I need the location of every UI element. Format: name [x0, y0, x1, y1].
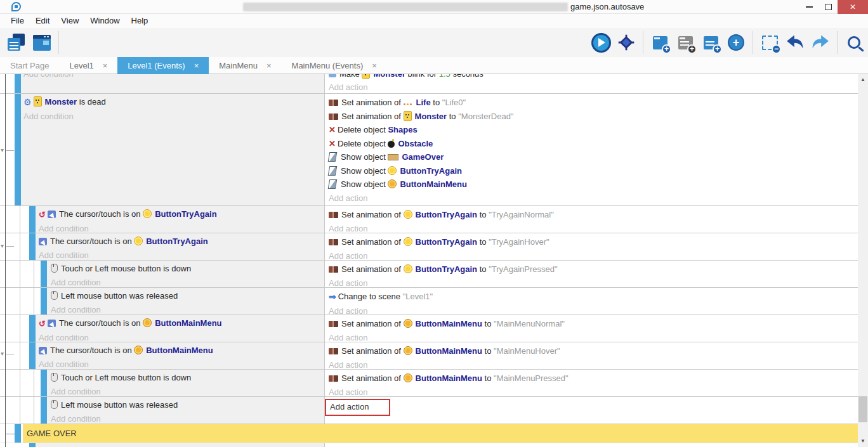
preview-play-button[interactable] [589, 31, 612, 54]
event-selection-bar[interactable] [15, 94, 21, 205]
add-action[interactable]: Add action [329, 399, 858, 416]
minimize-button[interactable] [799, 0, 819, 14]
collapse-triangle-icon[interactable]: ▾ [1, 243, 4, 249]
animation-icon [329, 100, 338, 106]
collapse-triangle-icon[interactable]: ▾ [1, 147, 4, 153]
action-text[interactable]: Change to scene "Level1" [329, 290, 858, 304]
add-action[interactable]: Add action [329, 191, 858, 205]
action-text[interactable]: Set animation of ButtonTryAgain to "TryA… [329, 262, 858, 276]
add-action[interactable]: Add action [329, 358, 858, 370]
menu-file[interactable]: File [5, 14, 30, 28]
menu-edit[interactable]: Edit [30, 14, 55, 28]
event-selection-bar[interactable] [29, 206, 36, 233]
menu-help[interactable]: Help [126, 14, 154, 28]
event-selection-bar[interactable] [29, 342, 36, 369]
scroll-down-icon[interactable]: ▼ [858, 437, 868, 446]
search-button[interactable] [843, 31, 865, 54]
scrollbar-thumb[interactable] [858, 396, 867, 422]
action-text[interactable]: Set animation of ButtonTryAgain to "TryA… [329, 208, 858, 222]
menu-window[interactable]: Window [84, 14, 125, 28]
open-events-sheet-icon[interactable] [5, 31, 28, 54]
tab-level1[interactable]: Level1× [59, 57, 117, 74]
event-row[interactable]: The cursor/touch is on ButtonMainMenuAdd… [0, 315, 858, 342]
action-text[interactable]: Show object ButtonTryAgain [329, 164, 858, 178]
event-selection-bar[interactable] [15, 424, 21, 443]
event-row[interactable]: The cursor/touch is on ButtonTryAgainAdd… [0, 206, 858, 233]
tab-close-icon[interactable]: × [103, 61, 108, 70]
add-action[interactable]: Add action [329, 385, 858, 398]
action-text[interactable]: Delete object Shapes [329, 123, 858, 137]
gdevelop-logo-icon [11, 2, 21, 11]
action-text[interactable]: Make Monster blink for 1.5 seconds [329, 74, 483, 81]
open-scene-editor-icon[interactable] [30, 31, 53, 54]
comment-row[interactable]: GAME OVER [0, 424, 858, 443]
toolbar-separator [643, 31, 643, 54]
highlighted-add-action[interactable]: Add action [325, 399, 390, 416]
text: Delete object [338, 125, 388, 134]
event-selection-bar[interactable] [29, 233, 36, 260]
action-text[interactable]: Set animation of ButtonTryAgain to "TryA… [329, 235, 858, 249]
comment-text[interactable]: GAME OVER [27, 424, 77, 443]
event-row[interactable]: The cursor/touch is on ButtonMainMenuAdd… [0, 342, 858, 370]
event-selection-bar[interactable] [41, 397, 47, 424]
add-action[interactable]: Add action [329, 81, 367, 94]
action-text[interactable]: Set animation of ButtonMainMenu to "Main… [329, 317, 858, 331]
event-row[interactable]: Left mouse button was releasedAdd condit… [0, 397, 858, 424]
delete-selection-button[interactable]: − [758, 31, 781, 54]
add-subevent-button[interactable]: + [674, 31, 697, 54]
invert-icon [39, 208, 46, 222]
action-text[interactable]: Set animation of Life to "Life0" [329, 96, 858, 110]
event-row[interactable]: Monster is deadAdd conditionSet animatio… [0, 94, 858, 206]
restore-button[interactable] [819, 0, 838, 14]
event-row[interactable]: The cursor/touch is on ButtonTryAgainAdd… [0, 233, 858, 261]
close-button[interactable]: ✕ [838, 0, 868, 14]
tab-mainmenu[interactable]: MainMenu× [209, 57, 281, 74]
text: Touch or Left mouse button is down [61, 373, 191, 382]
animation-icon [329, 375, 338, 382]
menu-view[interactable]: View [55, 14, 84, 28]
action-text[interactable]: Show object ButtonMainMenu [329, 178, 858, 191]
action-cell [324, 443, 858, 447]
redo-button[interactable] [809, 31, 832, 54]
cursor-icon [39, 238, 47, 245]
text: Left mouse button was released [61, 400, 178, 410]
add-action[interactable]: Add action [329, 304, 858, 316]
event-selection-bar[interactable] [41, 370, 47, 396]
tab-level1-events[interactable]: Level1 (Events)× [117, 57, 209, 74]
add-other-event-button[interactable]: + [725, 31, 747, 54]
event-selection-bar[interactable] [41, 288, 47, 314]
action-text[interactable]: Show object GameOver [329, 150, 858, 164]
event-selection-bar[interactable] [15, 74, 21, 93]
add-comment-button[interactable]: + [699, 31, 722, 54]
tab-close-icon[interactable]: × [194, 61, 199, 70]
add-event-button[interactable]: + [648, 31, 671, 54]
event-row[interactable]: Left mouse button was releasedAdd condit… [0, 288, 858, 315]
tab-close-icon[interactable]: × [372, 61, 377, 70]
event-selection-bar[interactable] [29, 315, 36, 342]
tab-mainmenu-events[interactable]: MainMenu (Events)× [282, 57, 387, 74]
object-name: ButtonTryAgain [416, 237, 478, 247]
undo-button[interactable] [784, 31, 806, 54]
add-action[interactable]: Add action [329, 331, 858, 343]
add-action[interactable]: Add action [329, 249, 858, 261]
event-selection-bar[interactable] [41, 261, 47, 287]
event-selection-bar[interactable] [29, 443, 36, 447]
event-row[interactable]: Touch or Left mouse button is downAdd co… [0, 261, 858, 288]
action-text[interactable]: Delete object Obstacle [329, 137, 858, 151]
event-row[interactable] [0, 443, 858, 447]
add-action[interactable]: Add action [329, 222, 858, 234]
debug-button[interactable] [615, 31, 638, 54]
vertical-scrollbar[interactable]: ▲ ▼ [858, 74, 868, 447]
tab-close-icon[interactable]: × [266, 61, 272, 70]
add-action[interactable]: Add action [329, 276, 858, 288]
event-row[interactable]: Touch or Left mouse button is downAdd co… [0, 370, 858, 397]
action-text[interactable]: Set animation of Monster to "MonsterDead… [329, 110, 858, 124]
undo-icon [786, 34, 804, 51]
tab-start-page[interactable]: Start Page [0, 57, 59, 74]
blink-icon [329, 74, 336, 77]
action-text[interactable]: Set animation of ButtonMainMenu to "Main… [329, 344, 858, 358]
action-text[interactable]: Set animation of ButtonMainMenu to "Main… [329, 372, 858, 385]
event-row[interactable]: Add conditionMake Monster blink for 1.5 … [0, 74, 858, 94]
scroll-up-icon[interactable]: ▲ [858, 75, 868, 84]
collapse-triangle-icon[interactable]: ▾ [1, 351, 4, 357]
